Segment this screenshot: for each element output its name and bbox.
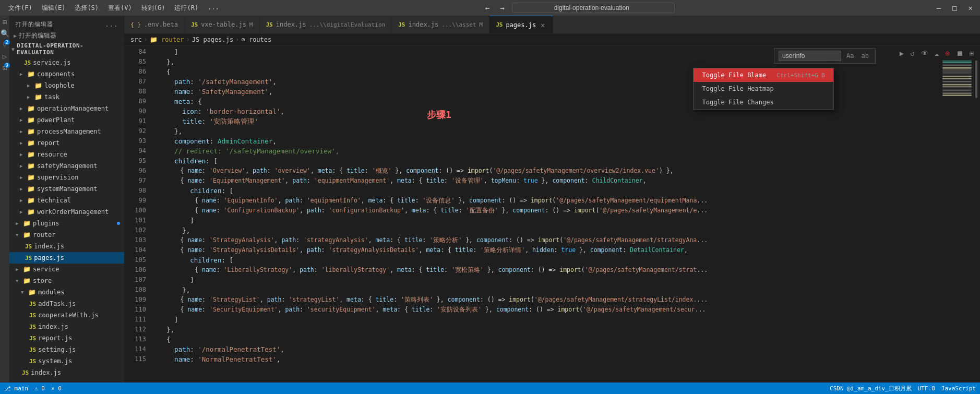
status-encoding[interactable]: UTF-8 — [918, 385, 935, 392]
sidebar: 打开的编辑器 ... ▶ 打开的编辑器 ▼ DIGITAL-OPERATION-… — [9, 16, 124, 383]
status-language[interactable]: JavaScript — [941, 385, 976, 392]
status-branch[interactable]: ⎇ main — [4, 385, 28, 392]
tree-operationManagement[interactable]: ▶ 📁 operationManagement — [9, 103, 124, 114]
editor-scrollbar[interactable] — [973, 46, 980, 383]
maximize-btn[interactable]: □ — [949, 3, 960, 13]
tree-router-pages[interactable]: JS pages.js — [9, 252, 124, 264]
breadcrumb-router[interactable]: 📁 router — [150, 36, 184, 43]
tree-processManagement[interactable]: ▶ 📁 processManagement — [9, 126, 124, 137]
tab-index-digital[interactable]: JS index.js ...\\digitalEvaluation — [259, 16, 392, 33]
breadcrumb-src[interactable]: src — [130, 36, 142, 43]
tree-store-index[interactable]: JS index.js — [9, 367, 124, 378]
sidebar-more-btn[interactable]: ... — [105, 20, 118, 28]
tree-loophole[interactable]: ▶ 📁 loophole — [9, 80, 124, 91]
tree-item-label: report — [37, 139, 59, 147]
code-line-93: component: AdminContainer, — [150, 136, 941, 146]
tree-service[interactable]: ▶ 📁 service — [9, 264, 124, 275]
sidebar-section-open-editors[interactable]: ▶ 打开的编辑器 — [9, 30, 124, 41]
find-case-btn[interactable]: Aa — [844, 52, 856, 60]
find-word-btn[interactable]: ab — [859, 52, 871, 60]
cloud-btn[interactable]: ☁ — [933, 48, 941, 58]
debug-icon[interactable]: ▷ — [1, 52, 9, 61]
arrow-icon: ▶ — [20, 106, 25, 111]
git-icon[interactable]: ⑂ 2 — [1, 41, 9, 49]
menu-file[interactable]: 文件(F) — [4, 3, 37, 14]
tree-addTask[interactable]: JS addTask.js — [9, 298, 124, 309]
tree-safetyManagement[interactable]: ▶ 📁 safetyManagement — [9, 160, 124, 172]
toggle-blame-item[interactable]: Toggle File Blame Ctrl+Shift+G B — [694, 68, 833, 82]
tab-env-beta[interactable]: { } .env.beta — [124, 16, 185, 33]
modified-dot — [117, 222, 120, 225]
sidebar-section-root[interactable]: ▼ DIGITAL-OPERATION-EVALUATION — [9, 41, 124, 57]
toggle-heatmap-item[interactable]: Toggle File Heatmap — [694, 82, 833, 95]
tree-item-label: service.js — [33, 59, 70, 66]
find-widget: Aa ab — [774, 48, 876, 64]
menu-edit[interactable]: 编辑(E) — [38, 3, 70, 14]
menu-run[interactable]: 运行(R) — [170, 3, 202, 14]
tree-system-js[interactable]: JS system.js — [9, 355, 124, 367]
nav-forward-btn[interactable]: → — [497, 3, 507, 13]
search-input[interactable] — [512, 3, 675, 13]
status-errors[interactable]: ✕ 0 — [51, 385, 62, 392]
breadcrumb-pages[interactable]: JS pages.js — [192, 36, 233, 43]
tree-service-js[interactable]: JS service.js — [9, 57, 124, 68]
toggle-changes-item[interactable]: Toggle File Changes — [694, 95, 833, 109]
tab-close-btn[interactable]: ✕ — [539, 21, 546, 29]
menu-goto[interactable]: 转到(G) — [137, 3, 170, 14]
refresh-btn[interactable]: ↺ — [908, 48, 916, 58]
tree-task[interactable]: ▶ 📁 task — [9, 91, 124, 103]
arrow-icon: ▶ — [14, 33, 17, 39]
tree-cooperateWith[interactable]: JS cooperateWith.js — [9, 309, 124, 321]
tree-router[interactable]: ▼ 📁 router — [9, 229, 124, 241]
tree-components[interactable]: ▶ 📁 components — [9, 68, 124, 80]
arrow-icon: ▶ — [20, 129, 25, 134]
tab-index-asset[interactable]: JS index.js ...\\asset M — [392, 16, 489, 33]
arrow-icon: ▶ — [27, 83, 32, 88]
code-line-99: { name: 'EquipmentInfo', path: 'equipmen… — [150, 196, 941, 206]
tree-setting-js[interactable]: JS setting.js — [9, 344, 124, 355]
run-btn[interactable]: ▶ — [898, 48, 906, 58]
js-icon: JS — [496, 21, 503, 28]
grid-btn[interactable]: ⊞ — [967, 48, 976, 58]
code-line-106: { name: 'LiberallyStrategy', path: 'libe… — [150, 265, 941, 275]
extensions-icon[interactable]: ⊡ 9 — [1, 64, 9, 72]
explorer-icon[interactable]: ⊞ — [1, 18, 9, 26]
code-line-110: { name: 'SecurityEquipment', path: 'secu… — [150, 305, 941, 315]
menu-select[interactable]: 选择(S) — [70, 3, 103, 14]
tree-plugins[interactable]: ▶ 📁 plugins — [9, 218, 124, 229]
tab-label: vxe-table.js — [201, 21, 246, 28]
breadcrumb-routes[interactable]: ⊙ routes — [241, 36, 271, 43]
tree-store[interactable]: ▼ 📁 store — [9, 275, 124, 286]
find-input[interactable] — [779, 51, 841, 61]
tree-systemManagement[interactable]: ▶ 📁 systemManagement — [9, 183, 124, 195]
watch-btn[interactable]: 👁 — [919, 48, 930, 58]
status-warnings[interactable]: ⚠ 0 — [34, 385, 45, 392]
tree-modules[interactable]: ▼ 📁 modules — [9, 286, 124, 298]
nav-back-btn[interactable]: ← — [482, 3, 493, 13]
js-icon: JS — [266, 21, 272, 28]
tab-pages[interactable]: JS pages.js ✕ — [489, 16, 553, 33]
tab-vxe-table[interactable]: JS vxe-table.js M — [185, 16, 260, 33]
search-icon[interactable]: 🔍 — [1, 29, 9, 38]
env-icon: { } — [130, 21, 141, 28]
code-line-100: { name: 'ConfigurationBackup', path: 'co… — [150, 206, 941, 216]
tree-technical[interactable]: ▶ 📁 technical — [9, 195, 124, 206]
stop-btn[interactable]: ⏹ — [954, 48, 965, 58]
tree-item-label: modules — [38, 289, 65, 296]
menu-view[interactable]: 查看(V) — [104, 3, 136, 14]
tree-workOrderManagement[interactable]: ▶ 📁 workOrderManagement — [9, 206, 124, 218]
minimize-btn[interactable]: — — [934, 3, 944, 13]
tree-router-index[interactable]: JS index.js — [9, 241, 124, 252]
js-icon: JS — [29, 335, 36, 342]
circle-btn[interactable]: ⊙ — [943, 48, 951, 58]
tree-powerPlant[interactable]: ▶ 📁 powerPlant — [9, 114, 124, 126]
menu-more[interactable]: ... — [204, 3, 223, 14]
tree-report-js[interactable]: JS report.js — [9, 332, 124, 344]
tree-report[interactable]: ▶ 📁 report — [9, 137, 124, 149]
code-line-115: name: 'NormalPenetratTest', — [150, 354, 941, 364]
close-btn[interactable]: ✕ — [965, 3, 976, 13]
tree-resource[interactable]: ▶ 📁 resource — [9, 149, 124, 160]
tree-modules-index[interactable]: JS index.js — [9, 321, 124, 332]
tree-supervision[interactable]: ▶ 📁 supervision — [9, 172, 124, 183]
sidebar-open-editors-label: 打开的编辑器 — [16, 20, 53, 28]
